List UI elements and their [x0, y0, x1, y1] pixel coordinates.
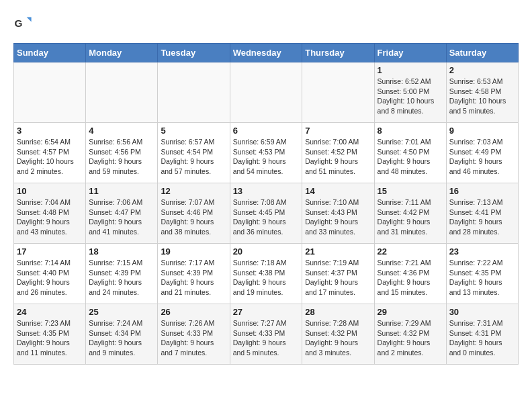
calendar-header: SundayMondayTuesdayWednesdayThursdayFrid…: [14, 44, 519, 62]
calendar-cell: [158, 62, 230, 123]
day-number: 4: [89, 126, 154, 136]
weekday-wednesday: Wednesday: [230, 44, 302, 62]
logo: G: [13, 13, 35, 32]
calendar-cell: 7Sunrise: 7:00 AM Sunset: 4:52 PM Daylig…: [302, 123, 374, 183]
calendar-cell: [302, 62, 374, 123]
calendar-cell: 14Sunrise: 7:10 AM Sunset: 4:43 PM Dayli…: [302, 183, 374, 244]
day-info: Sunrise: 6:54 AM Sunset: 4:57 PM Dayligh…: [17, 137, 83, 177]
day-info: Sunrise: 6:52 AM Sunset: 5:00 PM Dayligh…: [378, 77, 443, 116]
day-info: Sunrise: 7:14 AM Sunset: 4:40 PM Dayligh…: [17, 258, 83, 298]
page-header: G: [13, 13, 519, 32]
svg-marker-1: [27, 17, 32, 22]
calendar-cell: 5Sunrise: 6:57 AM Sunset: 4:54 PM Daylig…: [158, 123, 230, 183]
day-number: 21: [305, 246, 371, 257]
day-number: 17: [17, 246, 83, 257]
day-info: Sunrise: 7:13 AM Sunset: 4:41 PM Dayligh…: [449, 197, 515, 237]
day-info: Sunrise: 7:19 AM Sunset: 4:37 PM Dayligh…: [305, 258, 371, 298]
calendar-cell: 15Sunrise: 7:11 AM Sunset: 4:42 PM Dayli…: [374, 183, 446, 244]
svg-text:G: G: [14, 17, 22, 29]
calendar-cell: 30Sunrise: 7:31 AM Sunset: 4:31 PM Dayli…: [446, 304, 518, 365]
day-number: 1: [378, 65, 443, 75]
day-number: 29: [378, 307, 443, 317]
day-info: Sunrise: 7:01 AM Sunset: 4:50 PM Dayligh…: [378, 137, 443, 177]
weekday-tuesday: Tuesday: [158, 44, 230, 62]
weekday-monday: Monday: [86, 44, 158, 62]
day-number: 30: [449, 307, 515, 317]
calendar-cell: 24Sunrise: 7:23 AM Sunset: 4:35 PM Dayli…: [14, 304, 86, 365]
calendar-cell: 13Sunrise: 7:08 AM Sunset: 4:45 PM Dayli…: [230, 183, 302, 244]
calendar-cell: 9Sunrise: 7:03 AM Sunset: 4:49 PM Daylig…: [446, 123, 518, 183]
day-info: Sunrise: 7:17 AM Sunset: 4:39 PM Dayligh…: [161, 258, 226, 298]
calendar-cell: 20Sunrise: 7:18 AM Sunset: 4:38 PM Dayli…: [230, 244, 302, 304]
day-info: Sunrise: 7:00 AM Sunset: 4:52 PM Dayligh…: [305, 137, 371, 177]
day-info: Sunrise: 6:56 AM Sunset: 4:56 PM Dayligh…: [89, 137, 154, 177]
calendar-cell: 23Sunrise: 7:22 AM Sunset: 4:35 PM Dayli…: [446, 244, 518, 304]
day-info: Sunrise: 6:59 AM Sunset: 4:53 PM Dayligh…: [233, 137, 300, 177]
day-info: Sunrise: 7:28 AM Sunset: 4:32 PM Dayligh…: [305, 318, 371, 358]
calendar-cell: 8Sunrise: 7:01 AM Sunset: 4:50 PM Daylig…: [374, 123, 446, 183]
calendar-cell: 18Sunrise: 7:15 AM Sunset: 4:39 PM Dayli…: [86, 244, 158, 304]
week-row-3: 10Sunrise: 7:04 AM Sunset: 4:48 PM Dayli…: [14, 183, 519, 244]
day-number: 6: [233, 126, 300, 136]
calendar-cell: 4Sunrise: 6:56 AM Sunset: 4:56 PM Daylig…: [86, 123, 158, 183]
day-info: Sunrise: 7:11 AM Sunset: 4:42 PM Dayligh…: [378, 197, 443, 237]
week-row-4: 17Sunrise: 7:14 AM Sunset: 4:40 PM Dayli…: [14, 244, 519, 304]
calendar-cell: 21Sunrise: 7:19 AM Sunset: 4:37 PM Dayli…: [302, 244, 374, 304]
day-number: 16: [449, 186, 515, 196]
day-number: 18: [89, 246, 154, 257]
day-number: 20: [233, 246, 300, 257]
day-number: 24: [17, 307, 83, 317]
day-info: Sunrise: 7:18 AM Sunset: 4:38 PM Dayligh…: [233, 258, 300, 298]
logo-icon: G: [13, 13, 32, 32]
calendar-cell: 22Sunrise: 7:21 AM Sunset: 4:36 PM Dayli…: [374, 244, 446, 304]
day-number: 22: [378, 246, 443, 257]
calendar-cell: 11Sunrise: 7:06 AM Sunset: 4:47 PM Dayli…: [86, 183, 158, 244]
day-info: Sunrise: 7:08 AM Sunset: 4:45 PM Dayligh…: [233, 197, 300, 237]
day-number: 27: [233, 307, 300, 317]
day-number: 7: [305, 126, 371, 136]
calendar-body: 1Sunrise: 6:52 AM Sunset: 5:00 PM Daylig…: [14, 62, 519, 365]
day-number: 15: [378, 186, 443, 196]
day-number: 5: [161, 126, 226, 136]
day-info: Sunrise: 7:03 AM Sunset: 4:49 PM Dayligh…: [449, 137, 515, 177]
day-info: Sunrise: 7:27 AM Sunset: 4:33 PM Dayligh…: [233, 318, 300, 358]
calendar-cell: 2Sunrise: 6:53 AM Sunset: 4:58 PM Daylig…: [446, 62, 518, 123]
calendar-cell: 6Sunrise: 6:59 AM Sunset: 4:53 PM Daylig…: [230, 123, 302, 183]
calendar-cell: 17Sunrise: 7:14 AM Sunset: 4:40 PM Dayli…: [14, 244, 86, 304]
day-number: 2: [449, 65, 515, 75]
day-info: Sunrise: 7:06 AM Sunset: 4:47 PM Dayligh…: [89, 197, 154, 237]
day-info: Sunrise: 7:10 AM Sunset: 4:43 PM Dayligh…: [305, 197, 371, 237]
calendar-cell: 19Sunrise: 7:17 AM Sunset: 4:39 PM Dayli…: [158, 244, 230, 304]
weekday-saturday: Saturday: [446, 44, 518, 62]
week-row-1: 1Sunrise: 6:52 AM Sunset: 5:00 PM Daylig…: [14, 62, 519, 123]
calendar: SundayMondayTuesdayWednesdayThursdayFrid…: [13, 43, 519, 365]
weekday-row: SundayMondayTuesdayWednesdayThursdayFrid…: [14, 44, 519, 62]
day-info: Sunrise: 7:22 AM Sunset: 4:35 PM Dayligh…: [449, 258, 515, 298]
day-number: 23: [449, 246, 515, 257]
day-number: 9: [449, 126, 515, 136]
day-info: Sunrise: 6:53 AM Sunset: 4:58 PM Dayligh…: [449, 77, 515, 116]
day-number: 11: [89, 186, 154, 196]
day-number: 10: [17, 186, 83, 196]
day-info: Sunrise: 7:21 AM Sunset: 4:36 PM Dayligh…: [378, 258, 443, 298]
day-info: Sunrise: 7:24 AM Sunset: 4:34 PM Dayligh…: [89, 318, 154, 358]
day-number: 19: [161, 246, 226, 257]
day-number: 12: [161, 186, 226, 196]
calendar-cell: [14, 62, 86, 123]
day-number: 13: [233, 186, 300, 196]
week-row-2: 3Sunrise: 6:54 AM Sunset: 4:57 PM Daylig…: [14, 123, 519, 183]
day-number: 26: [161, 307, 226, 317]
day-info: Sunrise: 7:26 AM Sunset: 4:33 PM Dayligh…: [161, 318, 226, 358]
calendar-cell: 16Sunrise: 7:13 AM Sunset: 4:41 PM Dayli…: [446, 183, 518, 244]
day-info: Sunrise: 6:57 AM Sunset: 4:54 PM Dayligh…: [161, 137, 226, 177]
calendar-cell: [230, 62, 302, 123]
day-info: Sunrise: 7:23 AM Sunset: 4:35 PM Dayligh…: [17, 318, 83, 358]
calendar-cell: 1Sunrise: 6:52 AM Sunset: 5:00 PM Daylig…: [374, 62, 446, 123]
weekday-sunday: Sunday: [14, 44, 86, 62]
calendar-cell: [86, 62, 158, 123]
day-info: Sunrise: 7:29 AM Sunset: 4:32 PM Dayligh…: [378, 318, 443, 358]
calendar-cell: 27Sunrise: 7:27 AM Sunset: 4:33 PM Dayli…: [230, 304, 302, 365]
day-number: 8: [378, 126, 443, 136]
day-info: Sunrise: 7:15 AM Sunset: 4:39 PM Dayligh…: [89, 258, 154, 298]
weekday-thursday: Thursday: [302, 44, 374, 62]
